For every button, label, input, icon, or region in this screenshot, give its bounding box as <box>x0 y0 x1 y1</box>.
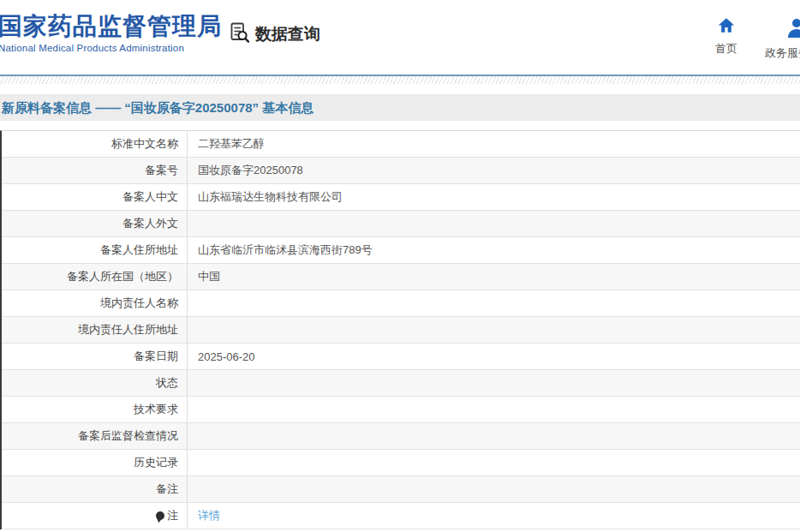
table-row: 技术要求 <box>2 397 800 423</box>
document-search-icon <box>228 21 251 47</box>
row-value: 2025-06-20 <box>187 344 800 369</box>
nav-item-services[interactable]: 政务服务 <box>765 17 800 61</box>
table-row: 备案人中文山东福瑞达生物科技有限公司 <box>2 184 800 211</box>
row-label: 技术要求 <box>2 397 187 422</box>
row-value: 山东福瑞达生物科技有限公司 <box>187 184 800 210</box>
row-label: 备案人外文 <box>2 211 187 236</box>
table-row: 备案日期2025-06-20 <box>2 344 800 370</box>
row-value <box>187 450 800 475</box>
logo-title: 国家药品监督管理局 <box>0 13 222 40</box>
row-label-text: 备案日期 <box>134 349 178 364</box>
row-label-text: 状态 <box>156 375 178 391</box>
row-label-text: 备注 <box>156 481 178 497</box>
table-row: 备案人住所地址山东省临沂市临沭县滨海西街789号 <box>2 237 800 264</box>
nmpa-logo[interactable]: 国家药品监督管理局 National Medical Products Admi… <box>0 13 222 53</box>
pin-icon <box>156 511 164 520</box>
row-label: 历史记录 <box>2 450 187 475</box>
row-value: 详情 <box>187 503 800 529</box>
table-row: 备注 <box>2 476 800 503</box>
row-label-text: 历史记录 <box>134 455 178 470</box>
nav-services-label: 政务服务 <box>765 45 800 61</box>
row-label: 境内责任人住所地址 <box>2 317 187 343</box>
home-icon <box>718 17 735 37</box>
table-row: 标准中文名称二羟基苯乙醇 <box>2 131 800 158</box>
row-value: 山东省临沂市临沭县滨海西街789号 <box>187 237 800 263</box>
row-label-text: 境内责任人名称 <box>100 296 178 311</box>
row-label: 备案后监督检查情况 <box>2 423 187 449</box>
row-label: 注 <box>2 503 187 529</box>
row-label-text: 技术要求 <box>134 402 178 417</box>
row-label: 状态 <box>2 370 187 396</box>
table-row: 备案后监督检查情况 <box>2 423 800 450</box>
row-value <box>187 370 800 396</box>
row-label: 备案人所在国（地区） <box>2 264 187 290</box>
table-row: 注详情 <box>2 503 800 529</box>
row-label: 备案人中文 <box>2 184 187 210</box>
row-label-text: 备案后监督检查情况 <box>78 428 178 444</box>
row-value: 二羟基苯乙醇 <box>187 131 800 157</box>
row-label-text: 备案人住所地址 <box>100 242 178 258</box>
row-label-text: 备案号 <box>145 163 178 178</box>
row-value <box>187 317 800 343</box>
row-label-text: 境内责任人住所地址 <box>78 322 178 338</box>
row-label: 备案日期 <box>2 344 187 369</box>
nav-item-home[interactable]: 首页 <box>707 17 745 57</box>
row-value <box>187 397 800 422</box>
row-label-text: 备案人所在国（地区） <box>67 269 178 284</box>
row-label: 备案号 <box>2 158 187 183</box>
row-value <box>187 423 800 449</box>
data-query-label: 数据查询 <box>255 23 320 45</box>
nav-home-label: 首页 <box>715 41 737 57</box>
row-value: 国妆原备字20250078 <box>187 158 800 183</box>
row-label-text: 标准中文名称 <box>111 136 178 152</box>
row-label: 标准中文名称 <box>2 131 187 157</box>
table-row: 历史记录 <box>2 450 800 476</box>
row-label: 备注 <box>2 476 187 502</box>
logo-subtitle: National Medical Products Administration <box>0 43 222 53</box>
row-label: 备案人住所地址 <box>2 237 187 263</box>
row-label-text: 备案人中文 <box>122 189 178 205</box>
services-icon <box>785 17 800 41</box>
row-value <box>187 476 800 502</box>
detail-link[interactable]: 详情 <box>198 508 220 523</box>
data-query-section[interactable]: 数据查询 <box>228 21 320 47</box>
row-value <box>187 211 800 236</box>
table-row: 备案号国妆原备字20250078 <box>2 158 800 184</box>
table-row: 备案人外文 <box>2 211 800 237</box>
info-table: 标准中文名称二羟基苯乙醇备案号国妆原备字20250078备案人中文山东福瑞达生物… <box>0 130 800 529</box>
table-row: 境内责任人住所地址 <box>2 317 800 344</box>
table-row: 状态 <box>2 370 800 397</box>
row-label: 境内责任人名称 <box>2 290 187 316</box>
row-label-text: 备案人外文 <box>122 216 178 231</box>
site-header: 国家药品监督管理局 National Medical Products Admi… <box>0 0 800 75</box>
row-label-text: 注 <box>167 508 178 523</box>
page-title: 新原料备案信息 —— “国妆原备字20250078” 基本信息 <box>0 94 800 121</box>
header-hatch-strip <box>0 76 800 84</box>
page-title-bar: 新原料备案信息 —— “国妆原备字20250078” 基本信息 <box>0 94 800 121</box>
row-value <box>187 290 800 316</box>
table-row: 境内责任人名称 <box>2 290 800 317</box>
row-value: 中国 <box>187 264 800 290</box>
table-row: 备案人所在国（地区）中国 <box>2 264 800 290</box>
